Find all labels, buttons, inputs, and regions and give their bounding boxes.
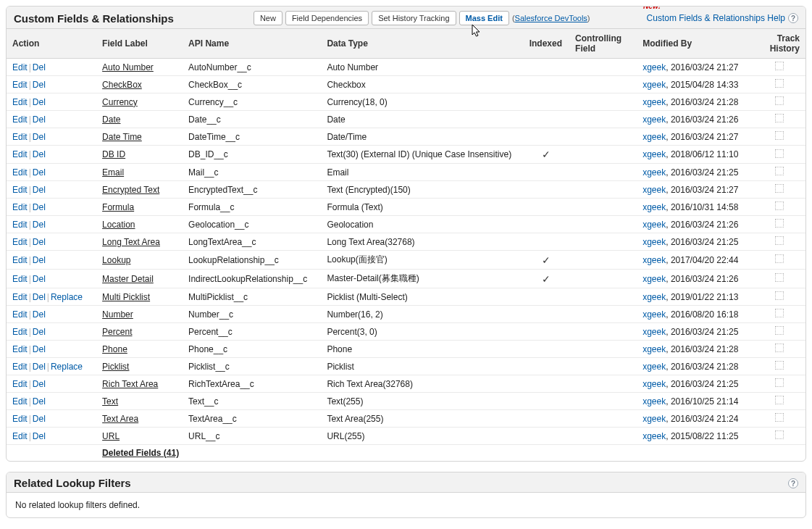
- edit-link[interactable]: Edit: [12, 149, 28, 159]
- user-link[interactable]: xgeek: [643, 292, 666, 302]
- track-history-checkbox[interactable]: [775, 326, 784, 335]
- user-link[interactable]: xgeek: [643, 414, 666, 424]
- edit-link[interactable]: Edit: [12, 274, 28, 284]
- deleted-fields-link[interactable]: Deleted Fields (41): [102, 448, 179, 458]
- field-label-link[interactable]: URL: [102, 431, 120, 441]
- field-label-link[interactable]: Text: [102, 396, 118, 407]
- help-icon[interactable]: ?: [788, 13, 798, 23]
- user-link[interactable]: xgeek: [643, 62, 666, 72]
- set-history-tracking-button[interactable]: Set History Tracking: [372, 11, 456, 25]
- edit-link[interactable]: Edit: [12, 327, 28, 337]
- field-label-link[interactable]: Date Time: [102, 132, 142, 142]
- user-link[interactable]: xgeek: [643, 167, 666, 178]
- user-link[interactable]: xgeek: [643, 431, 666, 441]
- edit-link[interactable]: Edit: [12, 167, 28, 178]
- del-link[interactable]: Del: [33, 202, 46, 212]
- help-icon[interactable]: ?: [788, 478, 798, 488]
- field-label-link[interactable]: Phone: [102, 344, 127, 354]
- field-label-link[interactable]: DB ID: [102, 149, 125, 159]
- edit-link[interactable]: Edit: [12, 114, 28, 125]
- del-link[interactable]: Del: [33, 362, 46, 372]
- del-link[interactable]: Del: [33, 167, 46, 178]
- track-history-checkbox[interactable]: [775, 378, 784, 387]
- edit-link[interactable]: Edit: [12, 255, 28, 265]
- user-link[interactable]: xgeek: [643, 132, 666, 142]
- field-label-link[interactable]: Lookup: [102, 255, 130, 265]
- del-link[interactable]: Del: [33, 344, 46, 354]
- track-history-checkbox[interactable]: [775, 343, 784, 352]
- edit-link[interactable]: Edit: [12, 237, 28, 247]
- track-history-checkbox[interactable]: [775, 149, 784, 158]
- user-link[interactable]: xgeek: [643, 237, 666, 247]
- mass-edit-button[interactable]: Mass Edit: [459, 11, 509, 25]
- track-history-checkbox[interactable]: [775, 167, 784, 175]
- user-link[interactable]: xgeek: [643, 274, 666, 284]
- user-link[interactable]: xgeek: [643, 362, 666, 372]
- field-label-link[interactable]: Location: [102, 220, 135, 230]
- edit-link[interactable]: Edit: [12, 431, 28, 441]
- help-link[interactable]: Custom Fields & Relationships Help: [647, 13, 785, 23]
- del-link[interactable]: Del: [33, 149, 46, 159]
- track-history-checkbox[interactable]: [775, 430, 784, 439]
- user-link[interactable]: xgeek: [643, 255, 666, 265]
- edit-link[interactable]: Edit: [12, 292, 28, 302]
- user-link[interactable]: xgeek: [643, 114, 666, 125]
- field-label-link[interactable]: Currency: [102, 97, 138, 107]
- user-link[interactable]: xgeek: [643, 379, 666, 389]
- edit-link[interactable]: Edit: [12, 80, 28, 90]
- edit-link[interactable]: Edit: [12, 220, 28, 230]
- edit-link[interactable]: Edit: [12, 185, 28, 195]
- user-link[interactable]: xgeek: [643, 185, 666, 195]
- field-label-link[interactable]: Number: [102, 309, 133, 320]
- edit-link[interactable]: Edit: [12, 97, 28, 107]
- track-history-checkbox[interactable]: [775, 96, 784, 105]
- track-history-checkbox[interactable]: [775, 219, 784, 228]
- track-history-checkbox[interactable]: [775, 62, 784, 70]
- del-link[interactable]: Del: [33, 62, 46, 72]
- del-link[interactable]: Del: [33, 379, 46, 389]
- edit-link[interactable]: Edit: [12, 396, 28, 407]
- del-link[interactable]: Del: [33, 132, 46, 142]
- del-link[interactable]: Del: [33, 274, 46, 284]
- del-link[interactable]: Del: [33, 97, 46, 107]
- track-history-checkbox[interactable]: [775, 361, 784, 370]
- user-link[interactable]: xgeek: [643, 396, 666, 407]
- track-history-checkbox[interactable]: [775, 413, 784, 422]
- edit-link[interactable]: Edit: [12, 309, 28, 320]
- del-link[interactable]: Del: [33, 80, 46, 90]
- edit-link[interactable]: Edit: [12, 362, 28, 372]
- track-history-checkbox[interactable]: [775, 254, 784, 263]
- del-link[interactable]: Del: [33, 309, 46, 320]
- del-link[interactable]: Del: [33, 237, 46, 247]
- edit-link[interactable]: Edit: [12, 414, 28, 424]
- track-history-checkbox[interactable]: [775, 236, 784, 245]
- field-label-link[interactable]: Master Detail: [102, 274, 154, 284]
- user-link[interactable]: xgeek: [643, 309, 666, 320]
- field-label-link[interactable]: CheckBox: [102, 80, 142, 90]
- del-link[interactable]: Del: [33, 185, 46, 195]
- field-label-link[interactable]: Text Area: [102, 414, 138, 424]
- del-link[interactable]: Del: [33, 114, 46, 125]
- track-history-checkbox[interactable]: [775, 273, 784, 282]
- user-link[interactable]: xgeek: [643, 202, 666, 212]
- field-label-link[interactable]: Percent: [102, 327, 132, 337]
- new-button[interactable]: New: [254, 11, 282, 25]
- track-history-checkbox[interactable]: [775, 291, 784, 300]
- replace-link[interactable]: Replace: [51, 292, 83, 302]
- field-label-link[interactable]: Date: [102, 114, 120, 125]
- del-link[interactable]: Del: [33, 327, 46, 337]
- field-label-link[interactable]: Picklist: [102, 362, 129, 372]
- del-link[interactable]: Del: [33, 431, 46, 441]
- user-link[interactable]: xgeek: [643, 80, 666, 90]
- track-history-checkbox[interactable]: [775, 309, 784, 317]
- user-link[interactable]: xgeek: [643, 344, 666, 354]
- field-label-link[interactable]: Long Text Area: [102, 237, 160, 247]
- del-link[interactable]: Del: [33, 292, 46, 302]
- field-label-link[interactable]: Auto Number: [102, 62, 154, 72]
- field-label-link[interactable]: Rich Text Area: [102, 379, 158, 389]
- del-link[interactable]: Del: [33, 396, 46, 407]
- replace-link[interactable]: Replace: [51, 362, 83, 372]
- field-label-link[interactable]: Email: [102, 167, 124, 178]
- edit-link[interactable]: Edit: [12, 132, 28, 142]
- track-history-checkbox[interactable]: [775, 396, 784, 404]
